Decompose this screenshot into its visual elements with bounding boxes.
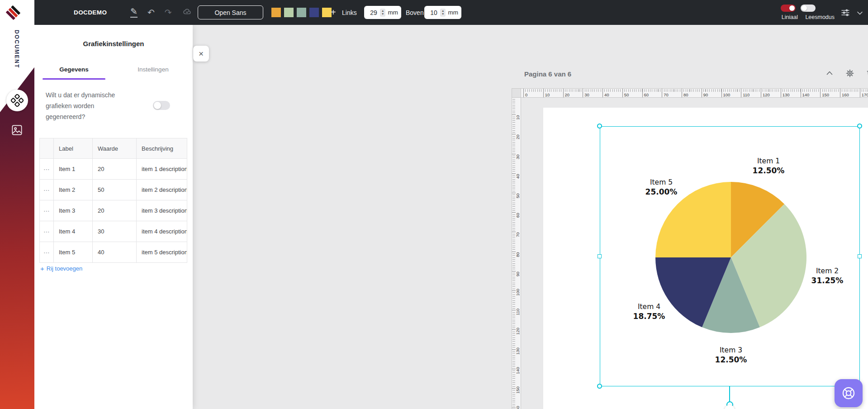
- ruler-tick-label: 40: [602, 89, 609, 97]
- ruler-tick-label: 20: [563, 89, 570, 97]
- redo-icon[interactable]: ↷: [165, 8, 172, 17]
- horizontal-ruler[interactable]: 0102030405060708090100110120130140150160…: [521, 88, 868, 98]
- left-sidebar: DOCUMENT: [0, 0, 34, 409]
- panel-title: Grafiekinstellingen: [34, 40, 193, 48]
- cell-value[interactable]: 20: [93, 200, 137, 221]
- boven-margin-input[interactable]: [427, 9, 440, 16]
- ruler-tick-label: 70: [515, 226, 520, 237]
- cell-value[interactable]: 20: [93, 159, 137, 180]
- cell-description[interactable]: item 5 description: [137, 242, 187, 263]
- plus-icon[interactable]: +: [331, 0, 336, 25]
- stepper-arrows-icon[interactable]: ▲▼: [440, 9, 446, 17]
- sliders-icon[interactable]: [840, 7, 851, 20]
- plus-icon: +: [40, 265, 44, 272]
- document-canvas: Pagina 6 van 6: [193, 25, 868, 409]
- rotation-stick: [729, 386, 730, 402]
- cell-description[interactable]: item 4 description: [137, 221, 187, 242]
- color-swatch[interactable]: [284, 8, 294, 17]
- cell-value[interactable]: 50: [93, 180, 137, 200]
- cell-description[interactable]: item 3 description: [137, 200, 187, 221]
- ruler-tick-label: 70: [662, 89, 669, 97]
- table-row: ⋯Item 430item 4 description: [40, 221, 187, 242]
- ruler-tick-label: 0: [523, 89, 527, 97]
- ruler-tick-label: 20: [515, 128, 520, 139]
- cell-description[interactable]: item 1 description: [137, 159, 187, 180]
- cell-value[interactable]: 40: [93, 242, 137, 263]
- cell-label[interactable]: Item 4: [54, 221, 93, 242]
- resize-handle-right[interactable]: [858, 254, 862, 258]
- ruler-tick-label: 100: [721, 89, 730, 97]
- row-drag-handle[interactable]: ⋯: [40, 180, 54, 200]
- color-swatch[interactable]: [309, 8, 319, 17]
- ruler-tick-label: 60: [515, 207, 520, 218]
- color-swatch[interactable]: [297, 8, 306, 17]
- ruler-tick-label: 30: [583, 89, 589, 97]
- ruler-tick-label: 40: [515, 168, 520, 179]
- pencil-icon[interactable]: ✎: [130, 7, 138, 18]
- app-logo-icon[interactable]: [4, 4, 22, 24]
- ruler-tick-label: 130: [515, 344, 520, 355]
- document-vertical-label: DOCUMENT: [14, 30, 20, 68]
- chevron-down-icon[interactable]: [856, 10, 863, 19]
- ruler-tick-label: 80: [515, 246, 520, 257]
- resize-handle-top-left[interactable]: [597, 124, 602, 128]
- cell-value[interactable]: 30: [93, 221, 137, 242]
- ruler-tick-label: 120: [761, 89, 770, 97]
- components-icon: [11, 94, 24, 107]
- color-swatch[interactable]: [271, 8, 281, 17]
- liniaal-label: Liniaal: [782, 14, 798, 20]
- cell-label[interactable]: Item 1: [54, 159, 93, 180]
- row-drag-handle[interactable]: ⋯: [40, 221, 54, 242]
- tab-gegevens[interactable]: Gegevens: [34, 60, 114, 78]
- sidebar-item-components[interactable]: [6, 90, 28, 111]
- cell-label[interactable]: Item 2: [54, 180, 93, 200]
- resize-handle-top-right[interactable]: [857, 124, 862, 128]
- table-row: ⋯Item 320item 3 description: [40, 200, 187, 221]
- toggle-knob: [789, 5, 795, 11]
- leesmodus-toggle[interactable]: [801, 5, 816, 12]
- vertical-ruler[interactable]: 1020304050607080901001101201301401501601…: [512, 98, 521, 409]
- gear-icon[interactable]: [845, 68, 855, 80]
- cloud-check-icon[interactable]: [182, 6, 193, 19]
- font-selector-button[interactable]: Open Sans: [198, 5, 263, 19]
- tab-instellingen[interactable]: Instellingen: [114, 60, 193, 78]
- row-drag-handle[interactable]: ⋯: [40, 200, 54, 221]
- sidebar-item-images[interactable]: [11, 124, 23, 138]
- row-drag-handle[interactable]: ⋯: [40, 159, 54, 180]
- chart-data-table: LabelWaardeBeschrijving ⋯Item 120item 1 …: [39, 138, 187, 263]
- stepper-arrows-icon[interactable]: ▲▼: [380, 9, 385, 17]
- table-column-header: Beschrijving: [137, 138, 187, 159]
- ruler-tick-label: 50: [622, 89, 629, 97]
- add-row-button[interactable]: + Rij toevoegen: [40, 265, 82, 272]
- lifebuoy-icon: [841, 385, 856, 401]
- table-column-header: Waarde: [93, 138, 137, 159]
- resize-handle-left[interactable]: [598, 254, 602, 258]
- row-drag-handle[interactable]: ⋯: [40, 242, 54, 263]
- liniaal-toggle[interactable]: [781, 5, 796, 12]
- ruler-tick-label: 160: [840, 89, 849, 97]
- help-button[interactable]: [835, 379, 863, 407]
- toggle-knob: [802, 5, 807, 11]
- chevron-up-icon[interactable]: [825, 68, 835, 80]
- trash-icon[interactable]: [865, 68, 868, 80]
- ruler-tick-label: 100: [515, 285, 520, 296]
- cell-label[interactable]: Item 5: [54, 242, 93, 263]
- links-unit: mm: [388, 9, 398, 16]
- selection-box[interactable]: [600, 126, 860, 386]
- resize-handle-bottom-left[interactable]: [597, 384, 602, 389]
- links-margin-input[interactable]: [367, 9, 380, 16]
- undo-icon[interactable]: ↶: [147, 8, 155, 17]
- color-swatch[interactable]: [322, 8, 332, 17]
- ruler-tick-label: 50: [515, 187, 520, 198]
- cell-description[interactable]: item 2 description: [137, 180, 187, 200]
- image-icon: [11, 124, 23, 136]
- close-panel-button[interactable]: ×: [193, 46, 209, 62]
- dynamic-charts-toggle[interactable]: [153, 101, 170, 110]
- ruler-tick-label: 30: [515, 148, 520, 159]
- cell-label[interactable]: Item 3: [54, 200, 93, 221]
- ruler-tick-label: 140: [801, 89, 810, 97]
- ruler-tick-label: 150: [515, 383, 520, 394]
- close-icon: ×: [199, 49, 204, 59]
- page-toolbar: [825, 68, 868, 80]
- dynamic-charts-question: Wilt u dat er dynamische grafieken worde…: [46, 90, 134, 122]
